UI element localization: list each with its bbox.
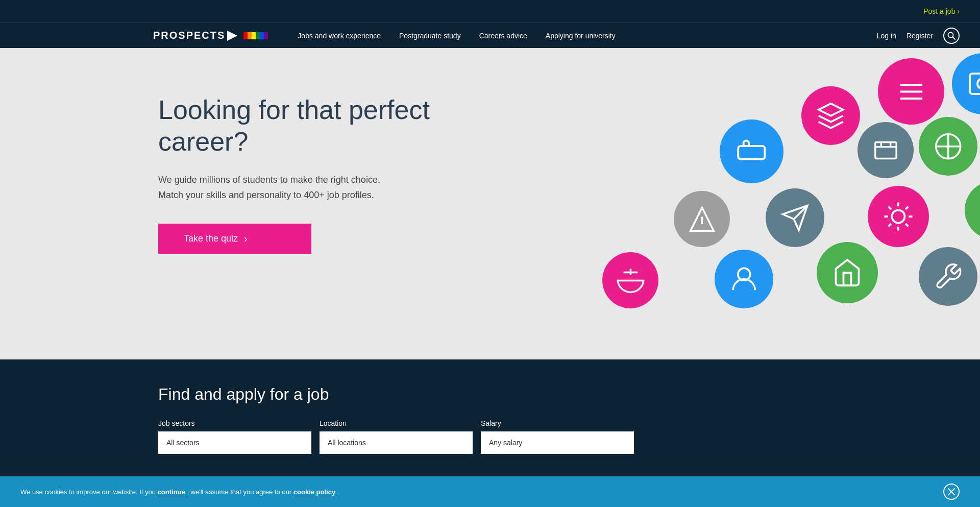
circle-14 <box>817 242 878 303</box>
logo-text: PROSPECTS <box>153 30 225 41</box>
job-search-section: Find and apply for a job Job sectors All… <box>0 359 980 479</box>
circle-8 <box>674 191 730 247</box>
circle-11 <box>965 181 980 239</box>
circle-5 <box>857 122 914 178</box>
nav-auth: Log in Register <box>877 28 960 44</box>
search-button[interactable] <box>943 28 960 44</box>
logo[interactable]: PROSPECTS <box>153 30 268 41</box>
main-nav: Jobs and work experience Postgraduate st… <box>288 23 876 49</box>
circle-12 <box>602 252 658 308</box>
svg-point-17 <box>892 210 905 223</box>
svg-marker-0 <box>227 31 237 41</box>
nav-university[interactable]: Applying for university <box>536 23 625 49</box>
sectors-select[interactable]: All sectors <box>158 431 311 454</box>
sectors-group: Job sectors All sectors <box>158 419 311 454</box>
post-job-link[interactable]: Post a job <box>923 7 960 15</box>
nav-postgrad[interactable]: Postgraduate study <box>390 23 470 49</box>
salary-select[interactable]: Any salary <box>481 431 634 454</box>
location-label: Location <box>320 419 473 427</box>
hero-section: Looking for that perfect career? We guid… <box>0 48 980 359</box>
circle-13 <box>715 250 773 308</box>
location-select[interactable]: All locations <box>320 431 473 454</box>
hero-title: Looking for that perfect career? <box>158 94 516 158</box>
login-link[interactable]: Log in <box>877 32 896 40</box>
salary-group: Salary Any salary <box>481 419 634 454</box>
sectors-label: Job sectors <box>158 419 311 427</box>
site-header: PROSPECTS Jobs and work experience Postg… <box>0 22 980 48</box>
svg-marker-15 <box>690 207 714 231</box>
job-search-title: Find and apply for a job <box>158 385 822 404</box>
decorative-circles <box>561 48 980 359</box>
take-quiz-button[interactable]: Take the quiz › <box>158 224 311 254</box>
svg-rect-8 <box>875 142 896 158</box>
svg-rect-7 <box>738 146 765 159</box>
circle-1 <box>878 58 944 125</box>
circle-9 <box>766 188 824 247</box>
top-bar: Post a job <box>0 0 980 22</box>
circle-4 <box>720 119 783 183</box>
job-search-form: Job sectors All sectors Location All loc… <box>158 419 822 454</box>
circle-10 <box>868 186 929 247</box>
nav-jobs[interactable]: Jobs and work experience <box>288 23 390 49</box>
svg-point-6 <box>977 79 980 89</box>
circle-3 <box>952 53 980 114</box>
nav-careers[interactable]: Careers advice <box>470 23 536 49</box>
cookie-banner: We use cookies to improve our website. I… <box>0 476 980 479</box>
circle-2 <box>801 86 860 145</box>
salary-label: Salary <box>481 419 634 427</box>
circle-6 <box>919 117 977 176</box>
logo-arrow-icon <box>227 31 241 41</box>
register-link[interactable]: Register <box>906 32 933 40</box>
circle-15 <box>919 247 977 306</box>
location-group: Location All locations <box>320 419 473 454</box>
hero-subtitle: We guide millions of students to make th… <box>158 172 439 203</box>
rainbow-flag-icon <box>243 32 268 39</box>
svg-line-2 <box>953 37 955 39</box>
search-icon <box>947 32 955 40</box>
svg-point-20 <box>738 268 750 280</box>
quiz-arrow-icon: › <box>244 233 248 245</box>
